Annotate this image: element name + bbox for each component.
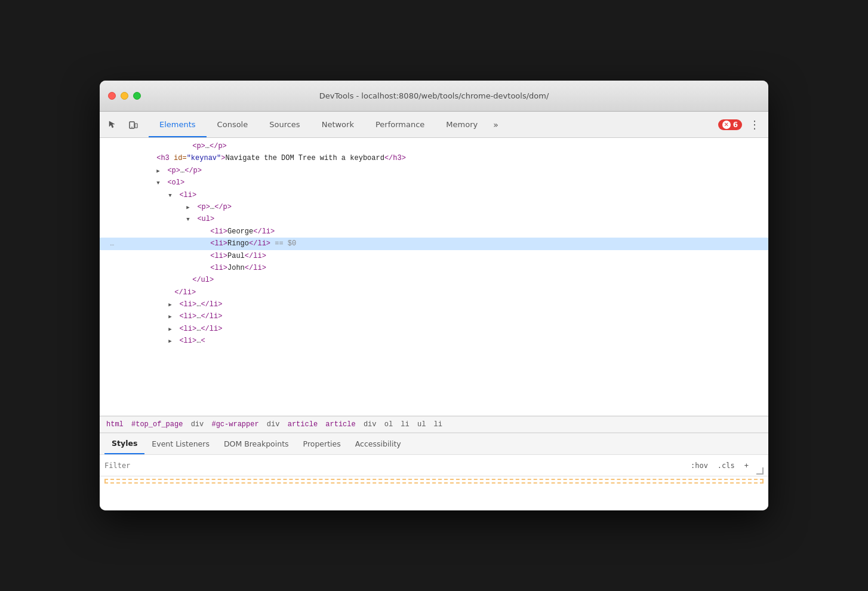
breadcrumb-item-ul[interactable]: ul <box>411 420 428 429</box>
device-icon <box>128 120 138 130</box>
maximize-button[interactable] <box>133 92 141 100</box>
breadcrumb-item-gc-wrapper[interactable]: #gc-wrapper <box>205 420 260 429</box>
window-title: DevTools - localhost:8080/web/tools/chro… <box>319 91 549 100</box>
tab-console[interactable]: Console <box>207 112 259 137</box>
dom-line-selected[interactable]: … <li>Ringo</li> == $0 <box>100 238 768 250</box>
dom-line[interactable]: </li> <box>100 287 768 298</box>
tab-styles[interactable]: Styles <box>104 433 144 454</box>
toolbar: Elements Console Sources Network Perform… <box>100 112 768 138</box>
inspect-element-button[interactable] <box>104 116 121 133</box>
dom-line[interactable]: ▶ <p>…</p> <box>100 201 768 213</box>
error-icon: ✕ <box>722 121 731 129</box>
error-badge[interactable]: ✕ 6 <box>718 119 742 130</box>
breadcrumb-item-article1[interactable]: article <box>281 420 319 429</box>
tab-dom-breakpoints[interactable]: DOM Breakpoints <box>217 433 296 454</box>
dom-line[interactable]: ▶ <li>…< <box>100 335 768 347</box>
cursor-icon <box>108 120 118 130</box>
breadcrumb-item-article2[interactable]: article <box>319 420 358 429</box>
panel-tabs: Styles Event Listeners DOM Breakpoints P… <box>100 433 768 455</box>
tab-event-listeners[interactable]: Event Listeners <box>144 433 217 454</box>
close-button[interactable] <box>108 92 116 100</box>
breadcrumb-item-li2[interactable]: li <box>427 420 444 429</box>
resize-handle[interactable] <box>756 467 764 475</box>
toolbar-icons <box>104 116 141 133</box>
tab-elements[interactable]: Elements <box>149 112 207 137</box>
tab-accessibility[interactable]: Accessibility <box>348 433 408 454</box>
traffic-lights <box>108 92 141 100</box>
breadcrumb-item-li1[interactable]: li <box>395 420 411 429</box>
dom-line[interactable]: <li>George</li> <box>100 226 768 238</box>
dom-line[interactable]: <h3 id="keynav">Navigate the DOM Tree wi… <box>100 152 768 164</box>
breadcrumb-item-div1[interactable]: div <box>184 420 205 429</box>
filter-bar: :hov .cls + <box>100 455 768 476</box>
device-toolbar-button[interactable] <box>125 116 141 133</box>
dom-line[interactable]: ▼ <ol> <box>100 177 768 189</box>
cls-button[interactable]: .cls <box>715 460 738 472</box>
title-bar: DevTools - localhost:8080/web/tools/chro… <box>100 81 768 112</box>
breadcrumb-item-ol[interactable]: ol <box>378 420 395 429</box>
breadcrumb: html #top_of_page div #gc-wrapper div ar… <box>100 416 768 433</box>
tab-network[interactable]: Network <box>311 112 365 137</box>
error-count: 6 <box>733 121 738 129</box>
dom-line[interactable]: ▶ <li>…</li> <box>100 298 768 310</box>
tab-properties[interactable]: Properties <box>296 433 348 454</box>
breadcrumb-item-div3[interactable]: div <box>358 420 378 429</box>
dom-line[interactable]: ▼ <li> <box>100 189 768 201</box>
more-tabs-button[interactable]: » <box>488 120 503 130</box>
dom-line[interactable]: <p>…</p> <box>100 140 768 152</box>
add-style-rule-button[interactable]: + <box>741 460 752 472</box>
toolbar-right: ✕ 6 ⋮ <box>718 116 764 133</box>
tabs: Elements Console Sources Network Perform… <box>149 112 716 137</box>
svg-rect-1 <box>135 124 137 128</box>
minimize-button[interactable] <box>121 92 128 100</box>
breadcrumb-item-html[interactable]: html <box>104 420 125 429</box>
tab-sources[interactable]: Sources <box>258 112 310 137</box>
dom-line[interactable]: <li>John</li> <box>100 262 768 274</box>
dom-line[interactable]: ▶ <li>…</li> <box>100 310 768 322</box>
breadcrumb-item-top-of-page[interactable]: #top_of_page <box>125 420 185 429</box>
dom-line[interactable]: ▶ <p>…</p> <box>100 165 768 177</box>
dom-line[interactable]: </ul> <box>100 274 768 286</box>
breadcrumb-item-div2[interactable]: div <box>261 420 282 429</box>
filter-controls: :hov .cls + <box>688 460 752 472</box>
dom-line[interactable]: ▼ <ul> <box>100 213 768 225</box>
tab-performance[interactable]: Performance <box>365 112 435 137</box>
dashed-border-indicator <box>104 479 764 484</box>
devtools-window: DevTools - localhost:8080/web/tools/chro… <box>100 81 768 510</box>
filter-input[interactable] <box>104 461 683 470</box>
more-menu-button[interactable]: ⋮ <box>746 116 764 133</box>
bottom-panel: Styles Event Listeners DOM Breakpoints P… <box>100 433 768 510</box>
dom-line[interactable]: ▶ <li>…</li> <box>100 323 768 335</box>
hov-button[interactable]: :hov <box>688 460 711 472</box>
tab-memory[interactable]: Memory <box>435 112 488 137</box>
dom-line[interactable]: <li>Paul</li> <box>100 250 768 262</box>
dom-panel[interactable]: <p>…</p> <h3 id="keynav">Navigate the DO… <box>100 138 768 416</box>
